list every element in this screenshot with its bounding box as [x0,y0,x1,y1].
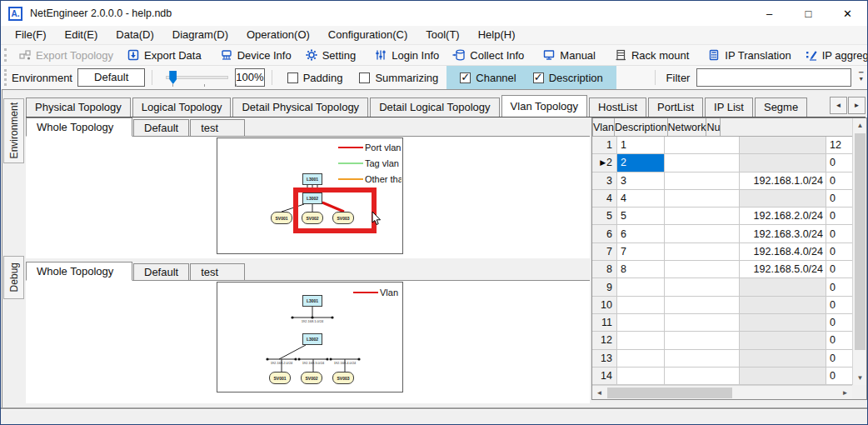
toolbar-overflow-button[interactable]: ▔▼ [856,68,866,87]
vlan-cell[interactable]: 6 [617,225,665,242]
number-cell[interactable]: 12 [826,137,854,153]
table-row[interactable]: ▶2 2 0 [592,154,854,172]
network-cell[interactable] [740,297,826,313]
network-cell[interactable]: 192.168.3.0/24 [740,225,826,242]
network-cell[interactable] [740,154,826,171]
vertical-scrollbar-thumb[interactable] [855,133,866,350]
sidebar-tab-environment[interactable]: Environment [3,98,24,163]
description-cell[interactable] [665,297,740,313]
main-tab[interactable]: Detail Physical Topology [232,98,368,117]
tab-scroll-left-button[interactable]: ◄ [830,97,847,114]
menu-item[interactable]: Tool(T) [417,26,468,44]
table-header-cell[interactable]: Vlan [593,118,615,136]
vlan-cell[interactable]: 7 [617,243,665,260]
main-tab[interactable]: Segme [755,98,807,117]
network-cell[interactable] [740,190,826,207]
panel-tab[interactable]: Whole Topology [26,118,132,137]
main-tab[interactable]: Logical Topology [132,98,232,117]
panel-tab[interactable]: Default [133,119,189,136]
zoom-slider-thumb[interactable] [169,71,177,84]
menu-item[interactable]: Configuration(C) [319,26,417,44]
number-cell[interactable]: 0 [826,190,854,207]
node-sv001[interactable]: SV001 [269,372,291,384]
menu-item[interactable]: Operation(O) [237,26,319,44]
panel-tab[interactable]: Default [133,263,189,280]
network-cell[interactable]: 192.168.5.0/24 [740,261,826,278]
table-row[interactable]: ▶12 0 [592,332,854,349]
table-row[interactable]: ▶9 0 [592,278,854,296]
main-tab[interactable]: Vlan Topology [501,95,587,118]
node-sv001[interactable]: SV001 [271,212,292,224]
horizontal-scrollbar-thumb[interactable] [607,388,732,398]
number-cell[interactable]: 0 [826,314,854,331]
vlan-cell[interactable]: 2 [617,154,665,171]
login-info-button[interactable]: Login Info [367,45,446,65]
panel-tab[interactable]: test [190,263,245,280]
checkbox[interactable]: Padding [279,72,352,84]
description-cell[interactable] [665,172,740,189]
table-row[interactable]: ▶6 6 192.168.3.0/24 0 [592,225,854,242]
number-cell[interactable]: 0 [826,368,854,384]
menu-item[interactable]: File(F) [6,26,56,44]
vertical-scrollbar[interactable]: ▲ ▼ [852,118,866,385]
checkbox-box[interactable] [287,72,298,83]
table-row[interactable]: ▶4 4 0 [592,190,854,208]
menu-item[interactable]: Diagram(D) [163,26,237,44]
number-cell[interactable]: 0 [826,172,854,189]
node-l3001[interactable]: L3001 [302,173,322,185]
node-sv003[interactable]: SV003 [332,372,354,384]
device-info-button[interactable]: Device Info [213,45,298,65]
ip-aggregation-button[interactable]: IP aggregation [798,45,868,65]
menu-item[interactable]: Help(H) [469,26,525,44]
network-cell[interactable] [740,350,826,367]
description-cell[interactable] [665,190,740,207]
table-row[interactable]: ▶11 0 [592,314,854,332]
description-cell[interactable] [665,261,740,278]
scroll-down-icon[interactable]: ▼ [853,371,867,385]
sidebar-tab-debug[interactable]: Debug [3,256,24,299]
description-cell[interactable] [665,225,740,242]
checkbox-box[interactable] [460,72,471,83]
checkbox[interactable]: Summarizing [351,72,446,84]
scroll-right-icon[interactable]: ► [838,386,852,400]
table-header-cell[interactable]: Network [668,118,707,136]
vlan-cell[interactable]: 8 [617,261,665,278]
table-row[interactable]: ▶1 1 12 [592,137,854,154]
environment-select[interactable]: Default [77,68,145,87]
vlan-cell[interactable]: 3 [617,172,665,189]
minimize-button[interactable]: – [750,1,789,26]
description-cell[interactable] [665,332,740,348]
main-tab[interactable]: IP List [705,98,753,117]
tab-scroll-right-button[interactable]: ► [848,97,866,114]
description-cell[interactable] [665,208,740,224]
description-cell[interactable] [665,154,740,171]
export-data-button[interactable]: Export Data [120,45,208,65]
vlan-cell[interactable] [617,332,665,348]
description-cell[interactable] [665,137,740,153]
collect-info-button[interactable]: Collect Info [446,45,531,65]
node-sv002[interactable]: SV002 [301,372,322,384]
table-row[interactable]: ▶8 8 192.168.5.0/24 0 [592,261,854,278]
scroll-left-icon[interactable]: ◄ [592,386,606,400]
table-row[interactable]: ▶13 0 [592,350,854,368]
network-cell[interactable]: 192.168.1.0/24 [740,172,826,189]
main-tab[interactable]: PortList [648,98,703,117]
vlan-cell[interactable] [617,350,665,367]
zoom-value[interactable]: 100% [235,68,265,87]
number-cell[interactable]: 0 [826,225,854,242]
vlan-cell[interactable]: 5 [617,208,665,224]
rack-mount-button[interactable]: Rack mount [607,45,696,65]
number-cell[interactable]: 0 [826,261,854,278]
table-row[interactable]: ▶3 3 192.168.1.0/24 0 [592,172,854,190]
ip-translation-button[interactable]: IP Translation [701,45,797,65]
main-tab[interactable]: Detail Logical Topology [370,98,499,117]
table-row[interactable]: ▶5 5 192.168.2.0/24 0 [592,208,854,225]
zoom-slider[interactable] [166,68,228,87]
number-cell[interactable]: 0 [826,297,854,313]
panel-tab[interactable]: test [190,119,245,136]
number-cell[interactable]: 0 [826,350,854,367]
close-button[interactable]: ✕ [828,1,867,26]
panel-tab[interactable]: Whole Topology [26,262,132,281]
menu-item[interactable]: Data(D) [107,26,163,44]
number-cell[interactable]: 0 [826,154,854,171]
